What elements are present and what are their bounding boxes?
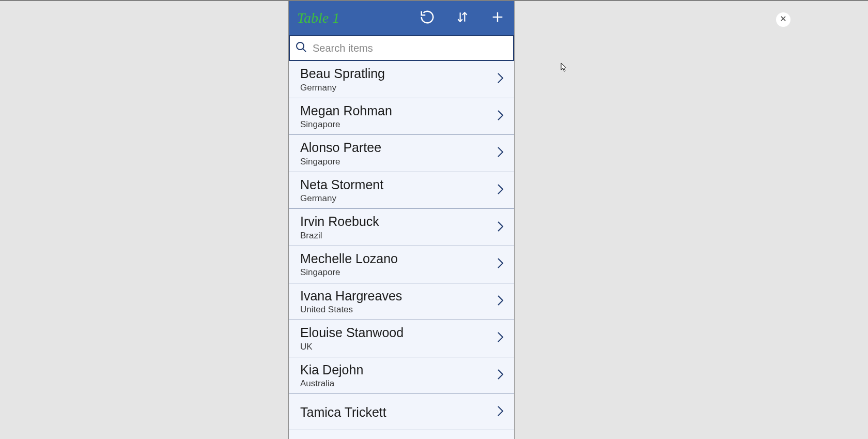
item-sub: Singapore xyxy=(300,156,381,168)
chevron-right-icon xyxy=(497,71,505,87)
list-item[interactable]: Mechelle LozanoSingapore xyxy=(289,246,514,283)
chevron-right-icon xyxy=(497,330,505,346)
chevron-right-icon xyxy=(497,108,505,125)
item-text: Neta StormentGermany xyxy=(300,176,383,205)
list-item[interactable]: Beau SpratlingGermany xyxy=(289,61,514,98)
chevron-right-icon xyxy=(497,219,505,236)
item-name: Kia Dejohn xyxy=(300,361,363,379)
item-text: Tamica Trickett xyxy=(300,404,386,421)
chevron-right-icon xyxy=(497,293,505,310)
item-name: Ivana Hargreaves xyxy=(300,287,402,305)
item-name: Neta Storment xyxy=(300,176,383,193)
chevron-right-icon xyxy=(497,404,505,420)
item-name: Elouise Stanwood xyxy=(300,324,404,341)
item-text: Kia DejohnAustralia xyxy=(300,361,363,390)
item-text: Mechelle LozanoSingapore xyxy=(300,250,398,279)
close-icon xyxy=(780,15,787,24)
close-button[interactable] xyxy=(776,12,791,27)
item-name: Alonso Partee xyxy=(300,139,381,156)
svg-line-5 xyxy=(303,49,306,52)
item-sub: Brazil xyxy=(300,230,379,241)
table-panel: Table 1 xyxy=(288,1,515,439)
chevron-right-icon xyxy=(497,256,505,273)
list-item[interactable]: Kia DejohnAustralia xyxy=(289,357,514,395)
mouse-cursor xyxy=(561,63,568,74)
list-item[interactable]: Tamica Trickett xyxy=(289,394,514,430)
plus-icon xyxy=(490,10,505,26)
item-sub: Germany xyxy=(300,193,383,204)
sort-button[interactable] xyxy=(454,10,471,26)
item-text: Ivana HargreavesUnited States xyxy=(300,287,402,316)
search-input[interactable] xyxy=(307,42,508,54)
chevron-right-icon xyxy=(497,145,505,161)
search-bar[interactable] xyxy=(289,35,514,61)
item-name: Beau Spratling xyxy=(300,65,385,82)
sort-icon xyxy=(456,9,469,27)
list-item[interactable]: Megan RohmanSingapore xyxy=(289,98,514,135)
add-button[interactable] xyxy=(489,10,506,26)
item-text: Megan RohmanSingapore xyxy=(300,102,392,131)
item-name: Irvin Roebuck xyxy=(300,213,379,230)
item-list: Beau SpratlingGermanyMegan RohmanSingapo… xyxy=(289,61,514,430)
item-name: Mechelle Lozano xyxy=(300,250,398,267)
list-item[interactable]: Neta StormentGermany xyxy=(289,172,514,209)
svg-point-4 xyxy=(297,42,304,50)
item-text: Irvin RoebuckBrazil xyxy=(300,213,379,241)
item-name: Tamica Trickett xyxy=(300,404,386,421)
item-sub: UK xyxy=(300,341,404,353)
item-sub: United States xyxy=(300,304,402,315)
refresh-button[interactable] xyxy=(419,10,436,26)
panel-header: Table 1 xyxy=(289,1,514,35)
item-text: Beau SpratlingGermany xyxy=(300,65,385,94)
chevron-right-icon xyxy=(497,182,505,199)
list-item[interactable]: Irvin RoebuckBrazil xyxy=(289,209,514,246)
item-sub: Germany xyxy=(300,82,385,94)
item-name: Megan Rohman xyxy=(300,102,392,119)
panel-title: Table 1 xyxy=(297,10,400,26)
item-sub: Australia xyxy=(300,378,363,389)
list-item[interactable]: Alonso ParteeSingapore xyxy=(289,135,514,172)
refresh-icon xyxy=(420,9,435,27)
item-sub: Singapore xyxy=(300,119,392,130)
list-item[interactable]: Elouise StanwoodUK xyxy=(289,320,514,357)
chevron-right-icon xyxy=(497,367,505,384)
item-text: Alonso ParteeSingapore xyxy=(300,139,381,168)
search-icon xyxy=(295,41,307,55)
item-text: Elouise StanwoodUK xyxy=(300,324,404,353)
list-item[interactable]: Ivana HargreavesUnited States xyxy=(289,283,514,321)
item-sub: Singapore xyxy=(300,267,398,278)
